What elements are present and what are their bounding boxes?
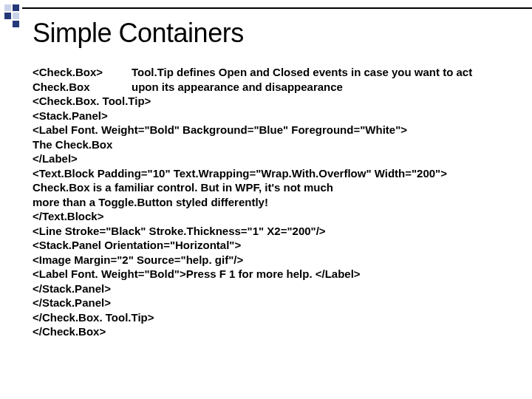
code-line: </Text.Block> xyxy=(33,209,526,224)
code-line: </Label> xyxy=(33,151,526,166)
slide-bullet-decoration xyxy=(4,4,19,27)
code-line: </Check.Box. Tool.Tip> xyxy=(33,310,526,325)
code-line: </Stack.Panel> xyxy=(33,282,526,296)
slide-body: Tool.Tip defines Open and Closed events … xyxy=(33,65,526,339)
code-line: <Label Font. Weight="Bold">Press F 1 for… xyxy=(33,267,526,282)
code-block: <Check.Box> Check.Box <Check.Box. Tool.T… xyxy=(33,65,526,339)
code-line: <Stack.Panel Orientation="Horizontal"> xyxy=(33,238,526,253)
code-line: </Check.Box> xyxy=(33,324,526,339)
code-line: <Check.Box. Tool.Tip> xyxy=(33,94,526,109)
horizontal-rule xyxy=(22,7,532,9)
code-line: </Stack.Panel> xyxy=(33,296,526,310)
code-line: Check.Box xyxy=(33,80,526,95)
code-line: <Line Stroke="Black" Stroke.Thickness="1… xyxy=(33,224,526,239)
code-line: The Check.Box xyxy=(33,137,526,152)
slide-content: Simple Containers Tool.Tip defines Open … xyxy=(33,18,526,339)
code-line: Check.Box is a familiar control. But in … xyxy=(33,180,526,195)
code-line: <Text.Block Padding="10" Text.Wrapping="… xyxy=(33,166,526,181)
code-line: <Label Font. Weight="Bold" Background="B… xyxy=(33,123,526,137)
code-line: <Stack.Panel> xyxy=(33,109,526,123)
code-line: more than a Toggle.Button styled differe… xyxy=(33,195,526,210)
slide-title: Simple Containers xyxy=(33,18,526,49)
code-line: <Image Margin="2" Source="help. gif"/> xyxy=(33,253,526,267)
code-line: <Check.Box> xyxy=(33,65,526,80)
